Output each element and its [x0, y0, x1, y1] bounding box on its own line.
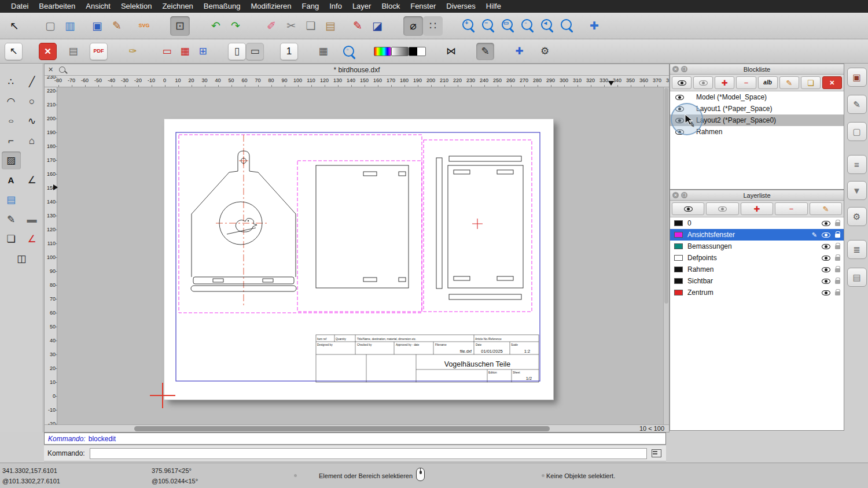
gray-gradient-bar[interactable]	[391, 47, 409, 56]
close-block-edit-button[interactable]: ✕	[822, 76, 842, 89]
remove-block-button[interactable]: −	[736, 76, 756, 89]
zoom-select-button[interactable]: ▫	[518, 16, 538, 36]
dimension-tool-button[interactable]: ∠	[23, 171, 42, 189]
layer-visibility-icon[interactable]	[822, 221, 830, 226]
layer-visibility-icon[interactable]	[822, 279, 830, 284]
layer-color-swatch[interactable]	[674, 278, 683, 284]
snap-tool-button[interactable]: ∠	[23, 230, 42, 248]
panel-float-icon[interactable]: ❐	[681, 192, 687, 198]
zoom-auto-button[interactable]: ▭	[498, 16, 518, 36]
layer-lock-icon[interactable]	[835, 222, 840, 226]
menu-item[interactable]: Info	[324, 0, 347, 13]
shape-tool-button[interactable]: ❏	[2, 230, 21, 248]
document-zoom-icon[interactable]	[59, 66, 65, 73]
polyline-tool-button[interactable]: ⌐	[2, 132, 21, 150]
viewport-center-button[interactable]: ⊞	[194, 43, 212, 60]
panel-close-icon[interactable]: ✕	[672, 192, 679, 198]
color-spectrum-bar[interactable]	[374, 47, 391, 56]
layer-visibility-icon[interactable]	[822, 267, 830, 272]
circle-tool-button[interactable]: ○	[23, 93, 42, 110]
hatch-tool-button[interactable]: ▨	[2, 151, 21, 169]
ruler-tool-button[interactable]: ▬	[23, 210, 42, 228]
panel-close-icon[interactable]: ✕	[672, 66, 679, 72]
layer-color-swatch[interactable]	[674, 243, 683, 249]
portrait-page-button[interactable]: ▯	[228, 43, 246, 60]
layer-lock-icon[interactable]	[835, 257, 840, 261]
insert-block-button[interactable]: ❏	[801, 76, 821, 89]
black-white-bar[interactable]	[409, 47, 426, 56]
layer-color-swatch[interactable]	[674, 255, 683, 261]
layer-visibility-button[interactable]	[672, 202, 704, 215]
layer-color-swatch[interactable]	[674, 267, 683, 272]
vertical-scrollbar[interactable]	[663, 87, 669, 424]
zoom-page-button[interactable]: ▫	[340, 43, 358, 60]
layer-row-sichtbar[interactable]: Sichtbar ✎	[670, 275, 844, 287]
layer-color-swatch[interactable]	[674, 232, 683, 238]
edit-layer-button[interactable]: ✎	[810, 202, 842, 215]
zoom-out-button[interactable]: −	[479, 16, 498, 36]
image-tool-button[interactable]: ▤	[2, 191, 21, 209]
rename-block-button[interactable]: alb	[758, 76, 778, 89]
layer-lock-icon[interactable]	[835, 245, 840, 249]
grid-button[interactable]: ▦	[314, 43, 332, 60]
drag-drop-button[interactable]: ✑	[124, 43, 142, 60]
layer-row-0[interactable]: 0 ✎	[670, 217, 844, 229]
cut-button[interactable]: ✂	[281, 16, 301, 36]
grid-toggle-button[interactable]: ∷	[423, 16, 443, 36]
menu-item[interactable]: Hilfe	[481, 0, 506, 13]
dock-filter-button[interactable]: ▼	[847, 181, 867, 200]
paste-button[interactable]: ▤	[321, 16, 340, 36]
spline-tool-button[interactable]: ∿	[23, 112, 42, 130]
line-width-button[interactable]: ⋈	[442, 43, 460, 60]
block-visibility-button[interactable]	[672, 76, 692, 89]
menu-item[interactable]: Selektion	[116, 0, 157, 13]
polygon-tool-button[interactable]: ⌂	[23, 132, 42, 150]
menu-item[interactable]: Fang	[297, 0, 325, 13]
print-preview-button[interactable]: ⊡	[170, 16, 190, 36]
single-page-button[interactable]: 1	[280, 43, 298, 60]
horizontal-scrollbar-thumb[interactable]	[134, 426, 550, 431]
select-window-button[interactable]: ◪	[367, 16, 387, 36]
layer-row-ansichtsfenster[interactable]: Ansichtsfenster ✎	[670, 229, 844, 241]
layer-lock-icon[interactable]	[835, 291, 840, 295]
menu-item[interactable]: Modifizieren	[245, 0, 296, 13]
dock-library-button[interactable]: ▣	[847, 68, 867, 87]
zoom-in-button[interactable]: +	[459, 16, 479, 36]
pan-button[interactable]: ✚	[584, 16, 604, 36]
save-file-button[interactable]: ▣	[87, 16, 107, 36]
horizontal-scrollbar[interactable]: 10 < 100	[45, 424, 669, 432]
tools-button[interactable]: ⚙	[536, 43, 554, 60]
menu-item[interactable]: Zeichnen	[157, 0, 198, 13]
drawing-canvas[interactable]: Item ref Quantity Title/Name, destinatio…	[57, 87, 663, 424]
layer-color-swatch[interactable]	[674, 220, 683, 226]
ellipse-tool-button[interactable]: ○	[2, 112, 21, 130]
svg-export-button[interactable]: SVG	[134, 16, 154, 36]
add-layer-button[interactable]: ✚	[741, 202, 773, 215]
menu-item[interactable]: Ansicht	[80, 0, 116, 13]
dock-tools-button[interactable]: ⚙	[847, 207, 867, 226]
command-input[interactable]	[90, 448, 647, 459]
document-close-icon[interactable]: ✕	[48, 66, 53, 73]
add-block-button[interactable]: ✚	[715, 76, 734, 89]
layer-edit-icon[interactable]: ✎	[812, 231, 817, 239]
remove-layer-button[interactable]: −	[775, 202, 807, 215]
layer-row-zentrum[interactable]: Zentrum ✎	[670, 287, 844, 298]
menu-item[interactable]: Block	[376, 0, 405, 13]
layer-row-rahmen[interactable]: Rahmen ✎	[670, 264, 844, 275]
arc-tool-button[interactable]: ◠	[2, 93, 21, 110]
command-panel-icon[interactable]	[652, 449, 661, 457]
pdf-export-button[interactable]: PDF	[90, 43, 108, 60]
viewport-grid-button[interactable]: ▦	[176, 43, 194, 60]
dock-clipboard-button[interactable]: ▤	[847, 268, 867, 287]
layer-lock-icon[interactable]	[835, 268, 840, 272]
delete-button[interactable]: ✐	[262, 16, 281, 36]
block-visibility-icon[interactable]	[675, 95, 684, 100]
layer-visibility-all-button[interactable]	[706, 202, 738, 215]
zoom-previous-button[interactable]: ◂	[538, 16, 557, 36]
layer-visibility-icon[interactable]	[822, 290, 830, 295]
edit-block-button[interactable]: ✎	[779, 76, 799, 89]
viewport-outline-button[interactable]: ▭	[158, 43, 176, 60]
pen-button[interactable]: ✎	[348, 16, 367, 36]
line-tool-button[interactable]: ╱	[23, 73, 42, 91]
edit-file-button[interactable]: ✎	[107, 16, 127, 36]
